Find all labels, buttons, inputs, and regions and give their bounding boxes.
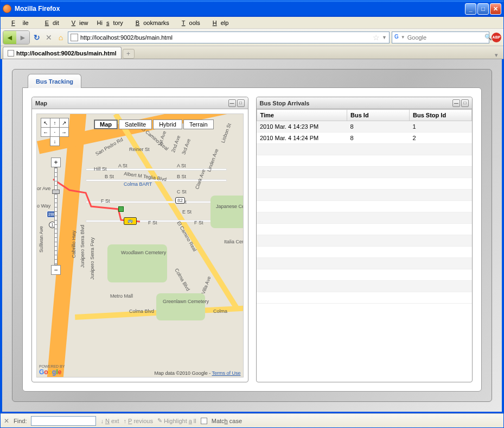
match-case-checkbox[interactable] bbox=[201, 418, 207, 424]
table-row[interactable] bbox=[257, 235, 472, 247]
table-row[interactable] bbox=[257, 224, 472, 235]
map-type-hybrid[interactable]: Hybrid bbox=[153, 119, 182, 129]
table-row[interactable] bbox=[257, 269, 472, 281]
back-button[interactable]: ◄ bbox=[3, 31, 16, 44]
google-logo: Google bbox=[39, 368, 61, 376]
pan-center-button[interactable]: · bbox=[50, 127, 60, 137]
pan-right-button[interactable]: → bbox=[59, 127, 69, 137]
cell-bus-stop-id bbox=[410, 144, 472, 155]
table-row[interactable] bbox=[257, 190, 472, 201]
table-row[interactable] bbox=[257, 258, 472, 269]
reload-button[interactable]: ↻ bbox=[32, 33, 42, 42]
pan-nw-button[interactable]: ↖ bbox=[41, 118, 50, 128]
find-next-button[interactable]: ↓ Next bbox=[100, 418, 119, 424]
minimize-button[interactable]: _ bbox=[465, 3, 476, 15]
cell-time bbox=[257, 269, 347, 281]
table-row[interactable] bbox=[257, 178, 472, 190]
home-button[interactable]: ⌂ bbox=[56, 33, 66, 42]
map-panel-header: Map — □ bbox=[32, 97, 248, 109]
cell-bus-stop-id bbox=[410, 201, 472, 212]
close-find-button[interactable]: ✕ bbox=[4, 417, 9, 425]
search-icon[interactable]: 🔍 bbox=[484, 34, 492, 41]
cell-time bbox=[257, 258, 347, 269]
menu-bookmarks[interactable]: Bookmarks bbox=[128, 18, 173, 27]
firefox-icon bbox=[3, 4, 11, 13]
table-row[interactable] bbox=[257, 281, 472, 292]
panel-maximize-icon[interactable]: □ bbox=[237, 99, 245, 107]
pan-left-button[interactable]: ← bbox=[41, 127, 50, 137]
powered-by-label: POWERED BY bbox=[39, 364, 65, 368]
menu-history[interactable]: History bbox=[93, 18, 127, 27]
url-input[interactable] bbox=[80, 34, 371, 41]
menu-help[interactable]: Help bbox=[205, 18, 233, 27]
zoom-slider-handle[interactable] bbox=[52, 190, 60, 194]
table-row[interactable] bbox=[257, 201, 472, 212]
search-bar[interactable]: G ▼ 🔍 bbox=[392, 32, 489, 43]
address-bar[interactable]: ☆ ▼ bbox=[68, 32, 390, 43]
cell-bus-id bbox=[347, 224, 410, 235]
menu-tools[interactable]: Tools bbox=[174, 18, 204, 27]
map-type-satellite[interactable]: Satellite bbox=[119, 119, 152, 129]
col-bus-id[interactable]: Bus Id bbox=[347, 110, 410, 121]
tab-bar: http://localhost:9002/bus/main.html + ▾ bbox=[1, 46, 503, 59]
menu-view[interactable]: View bbox=[64, 18, 92, 27]
search-dropdown-icon[interactable]: ▼ bbox=[401, 35, 405, 40]
zoom-slider-track[interactable] bbox=[54, 167, 58, 265]
zoom-control: + − bbox=[51, 158, 61, 275]
pan-up-button[interactable]: ↑ bbox=[50, 118, 60, 128]
window-title: Mozilla Firefox bbox=[15, 5, 465, 12]
find-input[interactable] bbox=[31, 416, 96, 426]
col-time[interactable]: Time bbox=[257, 110, 347, 121]
app-tabs: Bus Tracking bbox=[28, 72, 482, 88]
browser-tab[interactable]: http://localhost:9002/bus/main.html bbox=[3, 47, 122, 59]
forward-button[interactable]: ► bbox=[16, 31, 29, 44]
zoom-out-button[interactable]: − bbox=[51, 265, 61, 275]
close-button[interactable]: ✕ bbox=[490, 3, 501, 15]
table-row[interactable] bbox=[257, 292, 472, 304]
marker-icon bbox=[118, 206, 124, 212]
map-panel-title: Map bbox=[35, 100, 47, 106]
find-previous-button[interactable]: ↑ Previous bbox=[124, 418, 153, 424]
map-type-terrain[interactable]: Terrain bbox=[183, 119, 214, 129]
table-row[interactable]: 2010 Mar. 4 14:24 PM82 bbox=[257, 133, 472, 144]
table-row[interactable] bbox=[257, 167, 472, 178]
zoom-in-button[interactable]: + bbox=[51, 158, 61, 167]
stop-button[interactable]: ✕ bbox=[44, 33, 54, 42]
panel-minimize-icon[interactable]: — bbox=[452, 99, 460, 107]
table-row[interactable] bbox=[257, 212, 472, 224]
adblock-icon[interactable]: ABP bbox=[492, 33, 501, 42]
cell-bus-id bbox=[347, 167, 410, 178]
bookmark-star-icon[interactable]: ☆ bbox=[373, 33, 380, 42]
cell-time bbox=[257, 292, 347, 304]
pan-down-button[interactable]: ↓ bbox=[50, 136, 60, 146]
table-row[interactable] bbox=[257, 247, 472, 258]
panel-maximize-icon[interactable]: □ bbox=[461, 99, 469, 107]
titlebar[interactable]: Mozilla Firefox _ □ ✕ bbox=[1, 1, 503, 17]
panel-minimize-icon[interactable]: — bbox=[228, 99, 236, 107]
tab-bus-tracking[interactable]: Bus Tracking bbox=[28, 74, 81, 88]
menu-edit[interactable]: Edit bbox=[37, 18, 63, 27]
cell-bus-stop-id bbox=[410, 281, 472, 292]
menu-file[interactable]: File bbox=[4, 18, 36, 27]
map[interactable]: 🚌 Map Satellite Hybrid Terrain ↖↑↗ bbox=[36, 114, 244, 377]
search-input[interactable] bbox=[407, 34, 482, 41]
col-bus-stop-id[interactable]: Bus Stop Id bbox=[410, 110, 472, 121]
cell-time bbox=[257, 167, 347, 178]
table-row[interactable] bbox=[257, 155, 472, 167]
table-row[interactable] bbox=[257, 144, 472, 155]
table-row[interactable]: 2010 Mar. 4 14:23 PM81 bbox=[257, 121, 472, 133]
dropdown-icon[interactable]: ▼ bbox=[382, 35, 387, 40]
tab-label: http://localhost:9002/bus/main.html bbox=[16, 50, 117, 56]
tablist-dropdown-icon[interactable]: ▾ bbox=[492, 52, 501, 59]
cell-bus-stop-id bbox=[410, 258, 472, 269]
terms-link[interactable]: Terms of Use bbox=[212, 370, 240, 376]
cell-time: 2010 Mar. 4 14:24 PM bbox=[257, 133, 347, 144]
cell-bus-id bbox=[347, 155, 410, 167]
map-type-controls: Map Satellite Hybrid Terrain bbox=[94, 119, 214, 129]
pan-ne-button[interactable]: ↗ bbox=[59, 118, 69, 128]
maximize-button[interactable]: □ bbox=[477, 3, 489, 15]
new-tab-button[interactable]: + bbox=[123, 49, 135, 59]
map-type-map[interactable]: Map bbox=[94, 119, 118, 129]
highlight-all-button[interactable]: ✎ Highlight all bbox=[157, 417, 196, 424]
cell-bus-id bbox=[347, 269, 410, 281]
